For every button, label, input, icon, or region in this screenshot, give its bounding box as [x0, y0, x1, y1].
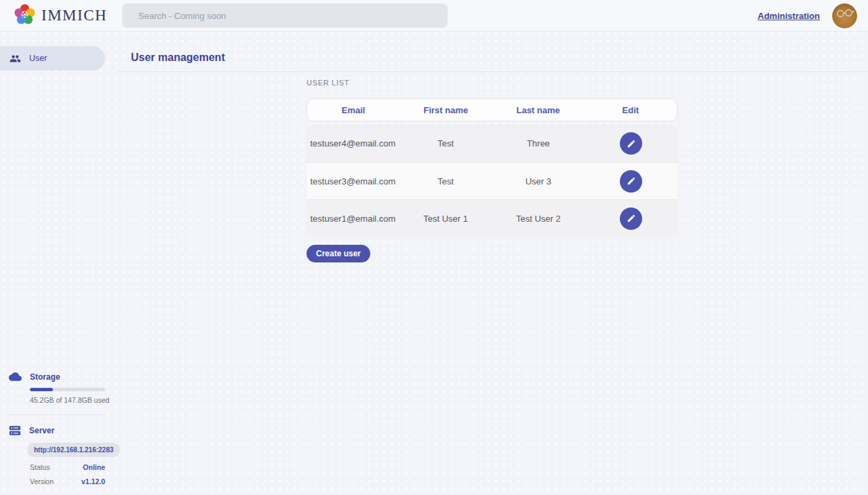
- cloud-icon: [9, 370, 22, 383]
- edit-user-button[interactable]: [620, 207, 642, 230]
- page-title: User management: [131, 52, 225, 64]
- table-row: testuser4@email.com Test Three: [307, 125, 677, 162]
- server-title: Server: [29, 426, 54, 435]
- cell-email: testuser1@email.com: [307, 214, 399, 224]
- pencil-icon: [627, 139, 636, 148]
- server-version-label: Version: [30, 477, 54, 486]
- storage-usage-text: 45.2GB of 147.8GB used: [30, 396, 116, 404]
- table-body: testuser4@email.com Test Three testuser3…: [307, 125, 677, 237]
- app-logo[interactable]: IMMICH: [14, 3, 107, 28]
- create-user-button[interactable]: Create user: [307, 245, 370, 262]
- server-version-value: v1.12.0: [81, 477, 105, 486]
- cell-email: testuser4@email.com: [307, 138, 399, 148]
- storage-progress-fill: [30, 388, 53, 391]
- search-input[interactable]: [122, 3, 448, 28]
- cell-first-name: Test: [399, 138, 492, 148]
- footer-divider: [9, 414, 105, 415]
- pencil-icon: [627, 176, 636, 186]
- column-header-email: Email: [307, 105, 399, 115]
- immich-flower-icon: [14, 3, 36, 28]
- section-label: USER LIST: [307, 79, 677, 87]
- column-header-edit: Edit: [585, 105, 677, 115]
- column-header-first-name: First name: [399, 105, 492, 115]
- cell-first-name: Test User 1: [399, 214, 492, 224]
- sidebar-footer: Storage 45.2GB of 147.8GB used Server ht…: [0, 370, 116, 495]
- cell-email: testuser3@email.com: [307, 176, 399, 186]
- table-row: testuser3@email.com Test User 3: [307, 162, 677, 199]
- administration-link[interactable]: Administration: [757, 11, 820, 21]
- server-icon: [9, 424, 21, 437]
- app-name: IMMICH: [41, 7, 107, 24]
- cell-last-name: Test User 2: [492, 214, 585, 224]
- storage-title: Storage: [30, 372, 60, 382]
- storage-progress-bar: [30, 388, 105, 391]
- table-header-row: Email First name Last name Edit: [307, 98, 677, 121]
- pencil-icon: [627, 214, 636, 223]
- server-url-badge: http://192.168.1.216:2283: [27, 443, 120, 457]
- cell-last-name: Three: [492, 138, 585, 148]
- edit-user-button[interactable]: [620, 132, 642, 155]
- server-status-label: Status: [30, 463, 50, 471]
- table-row: testuser1@email.com Test User 1 Test Use…: [307, 199, 677, 237]
- cell-last-name: User 3: [492, 176, 585, 186]
- column-header-last-name: Last name: [492, 105, 585, 115]
- page-divider: [116, 71, 868, 72]
- server-status-value: Online: [83, 463, 105, 471]
- cell-first-name: Test: [399, 176, 492, 186]
- sidebar-item-users[interactable]: User: [0, 46, 105, 71]
- users-group-icon: [9, 53, 21, 64]
- sidebar-item-label: User: [29, 54, 47, 63]
- top-navbar: IMMICH Administration: [0, 0, 868, 32]
- user-avatar[interactable]: [832, 3, 857, 28]
- user-list-section: USER LIST Email First name Last name Edi…: [307, 79, 677, 262]
- edit-user-button[interactable]: [620, 170, 642, 193]
